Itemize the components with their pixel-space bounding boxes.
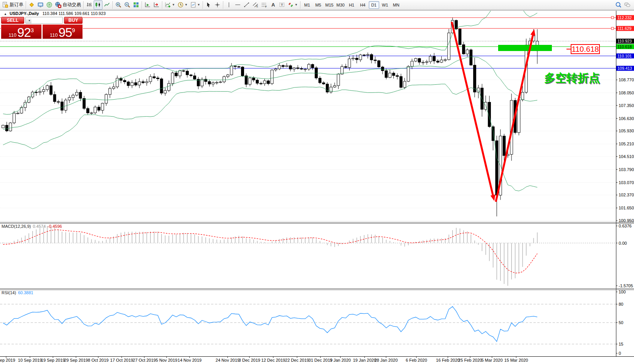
new-order-icon: [2, 2, 8, 8]
svg-text:110.618: 110.618: [617, 44, 632, 49]
svg-text:24 Nov 2019: 24 Nov 2019: [216, 358, 239, 362]
text-icon: A: [270, 2, 276, 8]
label-button[interactable]: T: [277, 0, 286, 10]
svg-text:80: 80: [619, 302, 623, 306]
svg-text:28 Jan 2020: 28 Jan 2020: [375, 358, 398, 362]
shapes-button[interactable]: ▼: [286, 0, 299, 10]
candles-chart-button[interactable]: [94, 0, 102, 10]
channel-button[interactable]: E: [251, 0, 260, 10]
toolbar-separator: [162, 1, 162, 9]
zoom-out-button[interactable]: [123, 0, 132, 10]
autoscroll-icon: [144, 2, 151, 8]
vline-icon: [226, 2, 232, 8]
text-button[interactable]: A: [269, 0, 277, 10]
timeframe-mn-button[interactable]: MN: [391, 1, 401, 9]
periods-button[interactable]: ▼: [176, 0, 189, 10]
svg-text:19 Sep 2019: 19 Sep 2019: [41, 358, 65, 362]
chart-canvas[interactable]: 108.770108.050107.350106.630105.930105.2…: [0, 10, 634, 364]
autotrade-button[interactable]: 自动交易: [54, 0, 82, 10]
svg-text:0.00: 0.00: [619, 241, 627, 245]
sell-price-button[interactable]: 110 92 3: [1, 25, 41, 39]
buy-price-sup: 9: [72, 28, 75, 33]
svg-text:15 Mar 2020: 15 Mar 2020: [504, 358, 528, 362]
toolbar-separator: [223, 1, 223, 9]
svg-text:3 Dec 2019: 3 Dec 2019: [239, 358, 260, 362]
chat-icon: [624, 2, 631, 8]
template-icon: [190, 2, 196, 8]
signal-button[interactable]: [45, 0, 54, 10]
svg-text:109.413: 109.413: [617, 66, 632, 71]
bars-chart-button[interactable]: [85, 0, 94, 10]
template-button[interactable]: ▼: [189, 0, 201, 10]
svg-text:14 Nov 2019: 14 Nov 2019: [178, 358, 201, 362]
svg-text:15: 15: [619, 342, 623, 346]
timeframe-m30-button[interactable]: M30: [335, 1, 346, 9]
level-110618-annotation[interactable]: 110.618: [571, 44, 600, 54]
autoscroll-button[interactable]: [143, 0, 152, 10]
chat-button[interactable]: [623, 0, 632, 10]
svg-text:6 Feb 2020: 6 Feb 2020: [406, 358, 427, 362]
channel-icon: E: [252, 2, 259, 8]
chart-title: ▲ USDJPY-,Daily 110.384 111.586 109.661 …: [3, 11, 107, 16]
svg-text:E: E: [256, 5, 258, 8]
timeframe-d1-button[interactable]: D1: [369, 1, 379, 9]
timeframe-m1-button[interactable]: M1: [302, 1, 312, 9]
chart-shift-button[interactable]: [152, 0, 161, 10]
toolbar-separator: [203, 1, 203, 9]
timeframe-h1-button[interactable]: H1: [347, 1, 357, 9]
vline-button[interactable]: [225, 0, 233, 10]
svg-text:8 Oct 2019: 8 Oct 2019: [88, 358, 109, 362]
svg-text:100: 100: [619, 290, 626, 294]
line-chart-button[interactable]: [102, 0, 111, 10]
turning-point-annotation[interactable]: 多空转折点: [544, 71, 600, 86]
timeframe-m5-button[interactable]: M5: [313, 1, 324, 9]
dropdown-caret-icon[interactable]: ▼: [172, 3, 175, 7]
trendline-button[interactable]: [242, 0, 251, 10]
collapse-panel-icon[interactable]: ▲: [4, 12, 7, 16]
fibo-button[interactable]: F: [260, 0, 269, 10]
svg-text:106.630: 106.630: [619, 116, 634, 121]
line-chart-icon: [104, 2, 110, 8]
mql-diamond-button[interactable]: [27, 0, 36, 10]
svg-text:31 Dec 2019: 31 Dec 2019: [309, 358, 332, 362]
toolbar-separator: [83, 1, 84, 9]
svg-text:50: 50: [619, 320, 623, 325]
tile-windows-button[interactable]: [132, 0, 140, 10]
dropdown-caret-icon[interactable]: ▼: [185, 3, 188, 7]
rsi-label: RSI(14)60.3881: [2, 290, 33, 295]
svg-text:101.650: 101.650: [619, 206, 634, 210]
buy-button[interactable]: BUY: [64, 17, 83, 24]
volume-down-button[interactable]: ▼: [26, 17, 31, 23]
search-button[interactable]: [614, 0, 623, 10]
volume-stepper[interactable]: ▼ ▲: [25, 17, 63, 24]
cursor-icon: [205, 2, 212, 8]
timeframe-m15-button[interactable]: M15: [324, 1, 335, 9]
new-order-button[interactable]: 新订单: [1, 0, 25, 10]
sell-price-sup: 3: [31, 28, 34, 33]
svg-text:-1.5705: -1.5705: [619, 283, 633, 288]
label-icon: T: [279, 2, 285, 8]
timeframe-w1-button[interactable]: W1: [380, 1, 390, 9]
chart-shift-icon: [153, 2, 160, 8]
chart-window[interactable]: 108.770108.050107.350106.630105.930105.2…: [0, 10, 634, 364]
hline-button[interactable]: [233, 0, 242, 10]
dropdown-caret-icon[interactable]: ▼: [197, 3, 200, 7]
svg-text:111.629: 111.629: [617, 26, 632, 31]
sell-button[interactable]: SELL: [1, 17, 24, 24]
toolbar-separator: [142, 1, 142, 9]
buy-price-button[interactable]: 110 95 9: [43, 25, 83, 39]
cursor-button[interactable]: [204, 0, 213, 10]
buy-price-big: 95: [59, 28, 72, 38]
svg-text:12 Dec 2019: 12 Dec 2019: [261, 358, 285, 362]
svg-text:107.350: 107.350: [619, 103, 634, 108]
svg-text:105.210: 105.210: [619, 142, 634, 146]
svg-text:A: A: [271, 2, 275, 8]
toolbar-separator: [300, 1, 300, 9]
indicators-button[interactable]: ▼: [163, 0, 176, 10]
timeframe-h4-button[interactable]: H4: [358, 1, 368, 9]
zoom-in-button[interactable]: [114, 0, 123, 10]
dropdown-caret-icon[interactable]: ▼: [295, 3, 298, 7]
terminal-button[interactable]: [36, 0, 45, 10]
crosshair-button[interactable]: [213, 0, 222, 10]
volume-input[interactable]: [31, 17, 63, 23]
